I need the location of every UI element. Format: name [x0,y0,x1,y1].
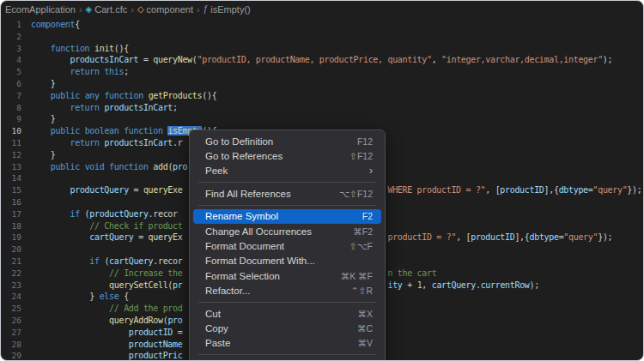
menu-item-shortcut: ⌘X [357,309,373,319]
menu-item-find-all-references[interactable]: Find All References⌥⇧F12 [193,186,381,201]
menu-separator [198,205,376,206]
code-line[interactable]: 1component{ [1,19,643,31]
line-number: 8 [1,102,21,114]
line-number: 20 [1,244,21,256]
code-text: productName [31,340,182,349]
breadcrumb-separator: › [197,4,200,15]
code-line[interactable]: 3 function init(){ [1,43,643,55]
line-number: 12 [1,149,21,161]
code-text: public any function getProducts(){ [31,91,216,100]
menu-item-change-all-occurrences[interactable]: Change All Occurrences⌘F2 [193,224,381,238]
menu-item-shortcut: ⌘F2 [353,226,373,237]
menu-item-format-document-with[interactable]: Format Document With... [193,254,381,268]
menu-item-paste[interactable]: Paste⌘V [193,336,381,351]
line-number: 25 [1,303,21,315]
breadcrumb-separator: › [79,4,82,15]
code-line[interactable]: 2 [1,31,643,43]
line-number: 22 [1,268,21,280]
menu-item-format-selection[interactable]: Format Selection⌘K ⌘F [193,268,381,283]
breadcrumb-item-cart-cfc[interactable]: ◈Cart.cfc [86,4,128,15]
breadcrumb-label: Cart.cfc [94,4,127,15]
line-number: 14 [1,172,21,184]
menu-item-go-to-definition[interactable]: Go to DefinitionF12 [193,134,381,148]
context-menu: Go to DefinitionF12Go to References⇧F12P… [189,129,386,361]
code-line[interactable]: 9 } [1,113,643,125]
line-number: 11 [1,137,21,149]
menu-item-shortcut: ⌘K ⌘F [341,271,373,281]
line-number: 4 [1,54,21,66]
breadcrumb-item-ecomapplication[interactable]: EcomApplication [5,4,76,15]
line-number: 18 [1,220,21,232]
code-text: return productsInCart.r [31,138,182,147]
line-number: 10 [1,125,21,137]
line-number: 1 [1,19,21,31]
code-text: // Add the prod [31,304,182,313]
editor-window: EcomApplication›◈Cart.cfc›◇component›ƒis… [0,0,644,361]
code-line[interactable]: 6 } [1,78,643,90]
code-line[interactable]: 8 return productsInCart; [1,102,643,114]
submenu-arrow-icon: › [369,165,373,177]
menu-item-copy[interactable]: Copy⌘C [193,321,381,335]
line-number: 9 [1,113,21,125]
code-line[interactable]: 7 public any function getProducts(){ [1,90,643,102]
menu-item-label: Refactor... [205,286,250,296]
code-line[interactable]: 5 return this; [1,66,643,78]
line-number: 17 [1,208,21,220]
menu-item-label: Format Document [205,241,284,251]
menu-item-shortcut: ⇧F12 [349,151,373,161]
menu-item-format-document[interactable]: Format Document⇧⌥F [193,238,381,253]
breadcrumb-label: isEmpty() [210,4,250,15]
menu-item-go-to-references[interactable]: Go to References⇧F12 [193,148,381,163]
code-text: productsInCart = queryNew("productID, pr… [31,55,612,64]
breadcrumb-item-component[interactable]: ◇component [137,4,193,15]
line-number: 24 [1,291,21,303]
code-text: return this; [31,67,129,76]
code-text: if (cartQuery.recor [31,256,182,266]
code-text: queryAddRow(pro [31,316,182,325]
code-text: return productsInCart; [31,103,178,112]
menu-separator [198,354,376,355]
menu-item-label: Copy [205,323,228,334]
menu-item-label: Go to References [205,151,283,161]
menu-item-rename-symbol[interactable]: Rename SymbolF2 [193,209,381,224]
file-symbol-icon: ◈ [86,5,93,14]
menu-item-label: Rename Symbol [205,211,278,221]
line-number: 26 [1,315,21,327]
code-text: productPric [31,351,182,360]
menu-item-shortcut: F2 [362,211,373,221]
menu-item-shortcut: ⌥⇧F12 [339,189,373,199]
menu-item-label: Paste [205,338,230,348]
menu-item-refactor[interactable]: Refactor...⌃⇧R [193,284,381,298]
line-number: 28 [1,339,21,351]
line-number: 6 [1,78,21,90]
breadcrumb-item-isempty[interactable]: ƒisEmpty() [204,4,251,15]
line-number: 29 [1,350,21,361]
menu-item-label: Format Selection [205,271,280,281]
line-number: 21 [1,256,21,268]
menu-item-shortcut: ⌘C [357,323,373,334]
code-text: // Check if product [31,221,182,231]
menu-item-shortcut: F12 [357,136,373,147]
menu-item-cut[interactable]: Cut⌘X [193,306,381,321]
breadcrumb: EcomApplication›◈Cart.cfc›◇component›ƒis… [1,1,643,17]
menu-separator [198,302,376,303]
menu-item-label: Change All Occurrences [205,226,312,237]
breadcrumb-separator: › [131,4,134,15]
code-text: } else { [31,292,129,301]
line-number: 3 [1,43,21,55]
line-number: 27 [1,327,21,339]
menu-item-label: Go to Definition [205,136,273,147]
class-symbol-icon: ◇ [137,5,144,14]
code-text: function init(){ [31,44,129,53]
code-text: productID = [31,328,182,337]
menu-item-peek[interactable]: Peek› [193,164,381,178]
line-number: 15 [1,184,21,196]
line-number: 23 [1,280,21,292]
line-number: 13 [1,161,21,173]
menu-item-label: Format Document With... [205,256,315,266]
menu-item-shortcut: ⌘V [357,338,373,348]
code-line[interactable]: 4 productsInCart = queryNew("productID, … [1,54,643,66]
line-number: 19 [1,232,21,244]
menu-separator [198,182,376,183]
line-number: 2 [1,31,21,43]
